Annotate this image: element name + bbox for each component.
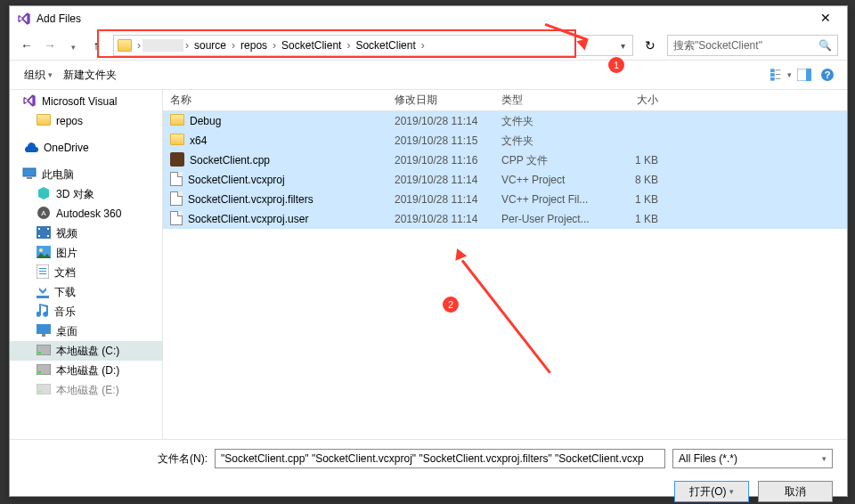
tree-item-label: OneDrive: [44, 142, 89, 154]
tree-item[interactable]: 视频: [10, 224, 162, 243]
svg-rect-17: [38, 235, 40, 237]
svg-rect-24: [39, 273, 46, 274]
tree-item[interactable]: 文档: [10, 263, 162, 282]
file-row[interactable]: SocketClient.vcxproj.user2019/10/28 11:1…: [163, 209, 847, 229]
svg-rect-1: [776, 69, 781, 70]
cancel-button[interactable]: 取消: [758, 481, 833, 502]
view-options-button[interactable]: ▾: [770, 65, 792, 85]
svg-rect-29: [38, 352, 41, 354]
file-name: SocketClient.vcxproj.filters: [188, 193, 314, 206]
breadcrumb-dropdown[interactable]: ▾: [617, 41, 629, 51]
breadcrumb-item[interactable]: SocketClient: [278, 39, 345, 52]
file-type-select[interactable]: All Files (*.*)▾: [672, 449, 833, 468]
refresh-button[interactable]: ↻: [639, 38, 662, 53]
breadcrumb[interactable]: › xxx › source › repos › SocketClient › …: [113, 35, 633, 56]
column-type[interactable]: 类型: [501, 93, 608, 108]
breadcrumb-item[interactable]: SocketClient: [352, 39, 419, 52]
tree-item[interactable]: OneDrive: [10, 138, 162, 158]
file-date: 2019/10/28 11:15: [395, 134, 501, 147]
tree-item[interactable]: 音乐: [10, 302, 162, 321]
column-date[interactable]: 修改日期: [395, 93, 501, 108]
tree-item[interactable]: AAutodesk 360: [10, 204, 162, 224]
dialog-buttons: 打开(O) ▾ 取消: [10, 477, 847, 504]
folder-tree[interactable]: Microsoft VisualreposOneDrive此电脑3D 对象AAu…: [10, 90, 163, 439]
onedrive-icon: [22, 142, 38, 155]
svg-rect-22: [39, 268, 46, 269]
tree-item-label: 图片: [56, 246, 77, 261]
preview-pane-button[interactable]: [794, 65, 815, 85]
proj-icon: [170, 172, 183, 189]
disk-icon: [37, 384, 51, 397]
tree-item[interactable]: 此电脑: [10, 165, 162, 184]
music-icon: [37, 304, 49, 321]
folder-icon: [118, 39, 132, 52]
new-folder-button[interactable]: 新建文件夹: [58, 64, 122, 86]
tree-item[interactable]: 3D 对象: [10, 184, 162, 204]
recent-menu[interactable]: ▾: [65, 38, 81, 53]
file-type: 文件夹: [501, 114, 608, 129]
svg-rect-3: [776, 74, 781, 75]
svg-rect-16: [47, 228, 49, 230]
filename-input[interactable]: [215, 449, 665, 468]
back-button[interactable]: ←: [19, 38, 35, 53]
file-row[interactable]: Debug2019/10/28 11:14文件夹: [163, 111, 847, 131]
file-row[interactable]: SocketClient.vcxproj2019/10/28 11:14VC++…: [163, 170, 847, 190]
forward-button[interactable]: →: [42, 38, 58, 53]
tree-item[interactable]: Microsoft Visual: [10, 92, 162, 111]
file-date: 2019/10/28 11:14: [395, 174, 501, 186]
tree-item[interactable]: 桌面: [10, 321, 162, 341]
docs-icon: [37, 264, 49, 281]
tree-item-label: 桌面: [56, 324, 77, 339]
breadcrumb-item[interactable]: repos: [237, 39, 271, 52]
file-row[interactable]: SocketClient.vcxproj.filters2019/10/28 1…: [163, 190, 847, 209]
close-button[interactable]: ✕: [808, 8, 843, 29]
tree-item-label: 文档: [54, 265, 76, 280]
downloads-icon: [37, 284, 49, 301]
tree-item[interactable]: repos: [10, 111, 162, 131]
svg-rect-4: [770, 77, 775, 81]
column-name[interactable]: 名称: [163, 93, 395, 108]
file-type: VC++ Project: [501, 174, 608, 186]
svg-rect-7: [806, 69, 811, 81]
file-list-header[interactable]: 名称 修改日期 类型 大小: [163, 90, 847, 111]
tree-item-label: 视频: [56, 226, 77, 241]
svg-rect-2: [770, 73, 775, 77]
folder-icon: [170, 114, 184, 128]
file-size: 1 KB: [608, 154, 671, 167]
tree-item[interactable]: 本地磁盘 (C:): [10, 341, 162, 361]
folder-icon: [37, 114, 51, 128]
file-date: 2019/10/28 11:14: [395, 115, 501, 127]
file-row[interactable]: SocketClient.cpp2019/10/28 11:16CPP 文件1 …: [163, 150, 847, 170]
cpp-icon: [170, 152, 184, 169]
svg-text:A: A: [41, 209, 46, 217]
tree-item[interactable]: 本地磁盘 (E:): [10, 380, 162, 400]
tree-item[interactable]: 本地磁盘 (D:): [10, 361, 162, 380]
folder-icon: [170, 134, 184, 148]
breadcrumb-item[interactable]: source: [191, 39, 230, 52]
tree-item-label: 此电脑: [42, 167, 74, 183]
organize-menu[interactable]: 组织▾: [19, 64, 58, 86]
proj-icon: [170, 211, 183, 228]
open-button[interactable]: 打开(O) ▾: [674, 481, 749, 502]
up-button[interactable]: ↑: [88, 38, 104, 53]
breadcrumb-hidden[interactable]: xxx: [142, 39, 183, 52]
toolbar: 组织▾ 新建文件夹 ▾ ?: [10, 60, 847, 90]
file-type: VC++ Project Fil...: [501, 193, 608, 206]
file-list: 名称 修改日期 类型 大小 Debug2019/10/28 11:14文件夹x6…: [163, 90, 847, 439]
tree-item-label: 本地磁盘 (C:): [56, 344, 119, 359]
vs-icon: [22, 93, 37, 110]
desktop-icon: [37, 324, 51, 339]
help-button[interactable]: ?: [817, 65, 838, 85]
svg-rect-30: [37, 364, 51, 375]
file-row[interactable]: x642019/10/28 11:15文件夹: [163, 131, 847, 150]
disk-icon: [37, 364, 51, 378]
tree-item[interactable]: 下载: [10, 282, 162, 302]
svg-rect-33: [38, 391, 41, 393]
column-size[interactable]: 大小: [608, 93, 671, 108]
search-input[interactable]: 搜索"SocketClient" 🔍: [667, 35, 838, 56]
file-size: 1 KB: [608, 213, 671, 225]
tree-item-label: 下载: [54, 285, 76, 300]
tree-item-label: 3D 对象: [56, 187, 94, 202]
tree-item[interactable]: 图片: [10, 243, 162, 263]
tree-item-label: 音乐: [54, 305, 76, 320]
